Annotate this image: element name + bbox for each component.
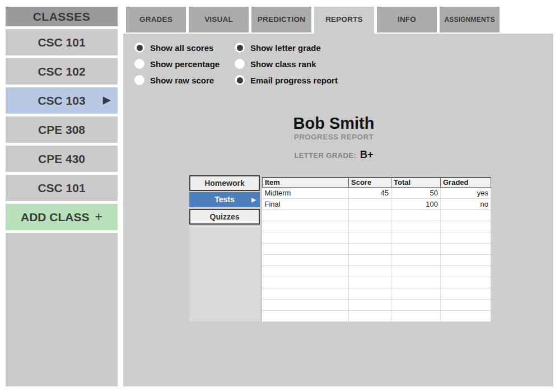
class-label: CSC 103	[38, 94, 85, 107]
cell-item	[263, 232, 349, 243]
cell-score	[349, 299, 391, 310]
table-row	[263, 254, 491, 265]
cell-item	[263, 243, 349, 254]
radio-label: Show all scores	[150, 43, 213, 53]
table-row	[263, 243, 491, 254]
tab-info[interactable]: INFO	[377, 7, 437, 32]
table-row	[263, 277, 491, 288]
score-options-column: Show all scores Show percentage Show raw…	[134, 43, 220, 91]
cell-score	[349, 243, 391, 254]
cell-total	[391, 299, 441, 310]
table-row	[263, 288, 491, 299]
cell-score	[349, 310, 391, 321]
cell-score	[349, 277, 391, 288]
category-tab-quizzes[interactable]: Quizzes	[189, 209, 260, 225]
table-row	[263, 299, 491, 310]
reports-panel: Show all scores Show percentage Show raw…	[123, 34, 553, 386]
cell-graded	[441, 221, 491, 232]
add-class-button[interactable]: ADD CLASS+	[6, 204, 118, 230]
class-label: CPE 308	[38, 123, 85, 136]
cell-score	[349, 221, 391, 232]
cell-graded	[441, 310, 491, 321]
sidebar-item-cpe-430[interactable]: CPE 430	[6, 146, 118, 172]
report-header: Bob Smith PROGRESS REPORT LETTER GRADE: …	[123, 114, 544, 161]
column-header-graded: Graded	[441, 178, 491, 187]
category-tab-homework[interactable]: Homework	[189, 175, 260, 191]
category-tab-label: Homework	[204, 179, 245, 188]
tab-prediction[interactable]: PREDICTION	[251, 7, 311, 32]
cell-total	[391, 310, 441, 321]
report-options-column: Show letter grade Show class rank Email …	[235, 43, 338, 91]
tests-arrow-icon: ▶	[251, 192, 256, 207]
cell-item	[263, 209, 349, 221]
table-row: Final 100 no	[263, 198, 491, 209]
radio-email-progress-report[interactable]: Email progress report	[235, 75, 338, 85]
tab-assignments[interactable]: ASSIGNMENTS	[440, 7, 500, 32]
cell-total	[391, 265, 441, 277]
category-tab-tests[interactable]: Tests ▶	[189, 192, 260, 207]
report-subtitle: PROGRESS REPORT	[123, 133, 544, 141]
sidebar-item-csc-102[interactable]: CSC 102	[6, 58, 118, 85]
radio-show-class-rank[interactable]: Show class rank	[235, 59, 338, 69]
report-table: Item Score Total Graded Midterm 45 50 ye…	[262, 177, 491, 322]
cell-total	[391, 277, 441, 288]
column-header-score: Score	[349, 178, 391, 187]
tab-grades[interactable]: GRADES	[126, 7, 186, 32]
cell-item	[263, 265, 349, 277]
table-header-row: Item Score Total Graded	[263, 178, 491, 187]
cell-item: Midterm	[263, 187, 349, 198]
radio-label: Show letter grade	[250, 43, 321, 53]
cell-graded: yes	[441, 187, 491, 198]
radio-show-letter-grade[interactable]: Show letter grade	[235, 43, 338, 53]
column-header-total: Total	[391, 178, 441, 187]
sidebar-empty-area	[6, 233, 118, 386]
cell-score: 45	[349, 187, 391, 198]
letter-grade-value: B+	[360, 149, 374, 161]
cell-total: 100	[391, 198, 441, 209]
class-label: CSC 101	[38, 36, 85, 49]
radio-label: Show raw score	[150, 76, 214, 85]
radio-show-raw-score[interactable]: Show raw score	[134, 75, 220, 85]
tab-visual[interactable]: VISUAL	[189, 7, 249, 32]
sidebar-item-csc-103[interactable]: CSC 103 ▶	[6, 87, 118, 114]
cell-graded	[441, 243, 491, 254]
sidebar-item-csc-101[interactable]: CSC 101	[6, 29, 118, 55]
letter-grade-label: LETTER GRADE:	[294, 151, 356, 160]
cell-graded	[441, 265, 491, 277]
radio-show-percentage[interactable]: Show percentage	[134, 59, 220, 69]
student-name: Bob Smith	[123, 114, 544, 132]
cell-score	[349, 209, 391, 221]
category-tab-bar: Homework Tests ▶ Quizzes	[189, 175, 260, 226]
cell-item	[263, 277, 349, 288]
cell-total	[391, 221, 441, 232]
column-header-item: Item	[263, 178, 349, 187]
sidebar-item-csc-101-2[interactable]: CSC 101	[6, 175, 118, 201]
cell-score	[349, 198, 391, 209]
radio-label: Show percentage	[150, 59, 220, 69]
category-tab-label: Quizzes	[210, 212, 240, 221]
cell-graded	[441, 299, 491, 310]
sidebar-item-cpe-308[interactable]: CPE 308	[6, 116, 118, 143]
radio-button-icon[interactable]	[134, 59, 144, 69]
radio-button-icon[interactable]	[134, 75, 144, 85]
category-tab-label: Tests	[214, 195, 235, 204]
table-row	[263, 209, 491, 221]
classes-header: CLASSES	[6, 7, 118, 26]
tab-reports[interactable]: REPORTS	[314, 7, 374, 34]
table-row	[263, 265, 491, 277]
radio-button-icon[interactable]	[134, 43, 144, 53]
radio-button-icon[interactable]	[235, 75, 245, 85]
radio-button-icon[interactable]	[235, 43, 245, 53]
category-tab-filler-panel	[189, 226, 260, 321]
cell-item	[263, 221, 349, 232]
cell-item	[263, 310, 349, 321]
selected-class-arrow-icon: ▶	[103, 87, 110, 114]
classes-sidebar: CLASSES CSC 101 CSC 102 CSC 103 ▶ CPE 30…	[6, 7, 118, 386]
class-label: CPE 430	[38, 152, 85, 165]
radio-show-all-scores[interactable]: Show all scores	[134, 43, 220, 53]
radio-button-icon[interactable]	[235, 59, 245, 69]
cell-item	[263, 288, 349, 299]
cell-graded	[441, 254, 491, 265]
letter-grade-line: LETTER GRADE: B+	[123, 149, 544, 161]
cell-score	[349, 288, 391, 299]
